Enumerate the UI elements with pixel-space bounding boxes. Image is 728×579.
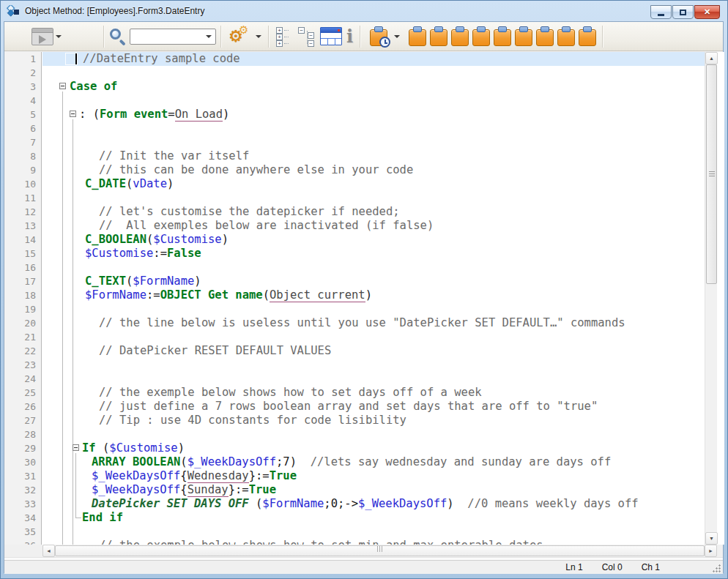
clipboard-button-1[interactable] bbox=[409, 26, 426, 46]
scroll-right-arrow[interactable]: ► bbox=[705, 545, 717, 557]
code-line-13: // All exemples below are inactivated (i… bbox=[99, 219, 434, 233]
clipboard-clock-icon bbox=[370, 26, 387, 46]
titlebar: Object Method: [Employees].Form3.DateEnt… bbox=[1, 1, 727, 21]
line-number: 26 bbox=[24, 400, 36, 414]
collapse-all-icon: − − − bbox=[298, 26, 316, 47]
vertical-scroll-thumb[interactable] bbox=[706, 64, 717, 284]
code-line-18: $FormName:=OBJECT Get name(Object curren… bbox=[85, 288, 372, 302]
line-number: 16 bbox=[24, 261, 36, 274]
clipboard-button-3[interactable] bbox=[451, 26, 469, 46]
line-number: 12 bbox=[24, 205, 36, 219]
clipboard-dropdown-arrow-icon bbox=[394, 35, 400, 38]
line-number: 9 bbox=[30, 163, 36, 177]
method-properties-button[interactable] bbox=[318, 24, 344, 49]
line-number: 21 bbox=[24, 330, 36, 344]
minimize-button[interactable] bbox=[650, 5, 672, 19]
line-number: 15 bbox=[24, 247, 36, 261]
line-number: 3 bbox=[30, 80, 36, 94]
code-line-9: // this can be done anywhere else in you… bbox=[99, 163, 413, 177]
code-line-22: // DatePicker RESET DEFAULT VALUES bbox=[99, 344, 331, 358]
line-number: 10 bbox=[24, 177, 36, 191]
code-line-26: // just define a 7 rows boolean array an… bbox=[99, 400, 598, 414]
fold-toggle[interactable] bbox=[73, 444, 79, 451]
code-line-15: $Customise:=False bbox=[85, 247, 201, 261]
code-area[interactable]: //DateEntry sample codeCase of: (Form ev… bbox=[42, 52, 705, 545]
macros-button[interactable]: ⚙⚙ bbox=[226, 24, 264, 49]
clipboard-button-7[interactable] bbox=[536, 26, 554, 46]
scroll-up-arrow[interactable]: ▲ bbox=[705, 52, 718, 64]
clipboard-button-6[interactable] bbox=[515, 26, 532, 46]
code-editor[interactable]: 1234567891011121314151617181920212223242… bbox=[4, 52, 724, 545]
line-number: 25 bbox=[24, 386, 36, 400]
line-number: 13 bbox=[24, 219, 36, 233]
line-number: 2 bbox=[30, 66, 36, 80]
expand-all-button[interactable]: + + + bbox=[274, 24, 296, 49]
fold-guide-corner bbox=[75, 518, 81, 518]
text-caret bbox=[75, 53, 77, 64]
line-number-gutter: 1234567891011121314151617181920212223242… bbox=[4, 52, 42, 545]
maximize-button[interactable] bbox=[672, 5, 694, 19]
search-combobox[interactable] bbox=[130, 29, 216, 45]
code-line-29: If ($Customise) bbox=[82, 441, 185, 455]
clipboard-button-2[interactable] bbox=[430, 26, 447, 46]
line-number: 1 bbox=[30, 52, 36, 66]
toolbar-separator bbox=[103, 26, 105, 48]
line-number: 33 bbox=[24, 497, 36, 511]
code-line-20: // the line below is useless until you u… bbox=[99, 316, 625, 330]
line-number: 31 bbox=[24, 469, 36, 483]
line-number: 30 bbox=[24, 455, 36, 469]
vertical-scrollbar[interactable]: ▲ ▼ bbox=[705, 52, 717, 545]
clipboard-button-5[interactable] bbox=[494, 26, 511, 46]
fold-guide-line bbox=[75, 453, 76, 518]
fold-guide-line bbox=[73, 119, 73, 545]
line-number: 27 bbox=[24, 414, 36, 427]
code-line-12: // let's customise the datepicker if nee… bbox=[99, 205, 400, 219]
window-content: ⚙⚙ + + + − − − bbox=[4, 21, 724, 573]
clipboard-button-4[interactable] bbox=[472, 26, 490, 46]
clipboard-button-8[interactable] bbox=[557, 26, 575, 46]
horizontal-scroll-thumb[interactable] bbox=[55, 545, 705, 556]
code-line-1: //DateEntry sample code bbox=[83, 52, 240, 66]
collapse-all-button[interactable]: − − − bbox=[296, 24, 318, 49]
code-line-34: End if bbox=[82, 511, 123, 525]
object-method-icon bbox=[7, 5, 20, 17]
line-number: 7 bbox=[30, 135, 36, 149]
code-line-32: $_WeekDaysOff{Sunday}:=True bbox=[92, 483, 276, 497]
gears-icon: ⚙⚙ bbox=[229, 26, 253, 48]
line-number: 5 bbox=[30, 108, 36, 122]
run-dropdown-arrow-icon bbox=[56, 35, 62, 38]
line-number: 36 bbox=[24, 539, 36, 545]
code-line-27: // Tip : use 4D constants for code lisib… bbox=[99, 414, 406, 427]
fold-toggle[interactable] bbox=[70, 111, 76, 117]
code-line-36: // the exemple below shows how to set mi… bbox=[99, 539, 543, 545]
code-line-3: Case of bbox=[70, 80, 117, 94]
line-number: 6 bbox=[30, 122, 36, 135]
line-number: 4 bbox=[30, 94, 36, 108]
toolbar: ⚙⚙ + + + − − − bbox=[4, 22, 723, 51]
clipboard-history-button[interactable] bbox=[365, 24, 402, 49]
macros-dropdown-arrow-icon bbox=[256, 35, 261, 38]
statusbar: Ln 1 Col 0 Ch 1 bbox=[4, 560, 723, 574]
line-number: 20 bbox=[24, 316, 36, 330]
toolbar-separator bbox=[268, 26, 270, 48]
status-column: Col 0 bbox=[602, 562, 623, 572]
code-line-30: ARRAY BOOLEAN($_WeekDaysOff;7) //lets sa… bbox=[92, 455, 611, 469]
fold-toggle[interactable] bbox=[59, 83, 66, 89]
line-number: 22 bbox=[24, 344, 36, 358]
code-line-31: $_WeekDaysOff{Wednesday}:=True bbox=[92, 469, 297, 483]
horizontal-scrollbar[interactable]: ◄ ► bbox=[42, 545, 717, 557]
code-line-25: // the exemple below shows how to set da… bbox=[99, 386, 482, 400]
line-number: 14 bbox=[24, 233, 36, 247]
search-magnifier-icon bbox=[109, 28, 127, 45]
scroll-down-arrow[interactable]: ▼ bbox=[705, 532, 718, 545]
search-input[interactable] bbox=[130, 30, 204, 43]
run-method-button[interactable] bbox=[29, 24, 64, 49]
code-line-8: // Init the var itself bbox=[99, 149, 249, 163]
clipboard-button-9[interactable] bbox=[579, 26, 596, 46]
code-line-5: : (Form event=On Load) bbox=[79, 108, 229, 122]
scroll-left-arrow[interactable]: ◄ bbox=[42, 545, 55, 557]
toolbar-separator bbox=[602, 26, 603, 48]
info-button[interactable]: i bbox=[344, 24, 355, 49]
close-button[interactable]: ✕ bbox=[694, 5, 720, 19]
resize-grip[interactable] bbox=[712, 564, 721, 572]
